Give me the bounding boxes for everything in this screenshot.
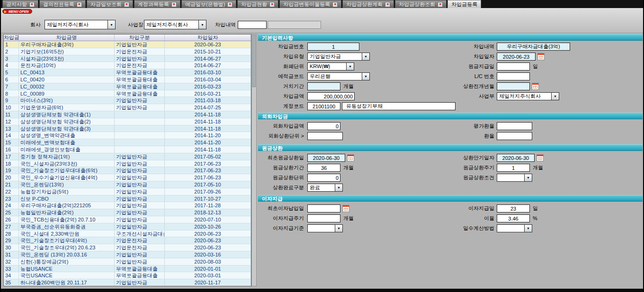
site-select[interactable]: 제일저지주식회사 ▼ [144, 20, 206, 29]
tab-차입금등록[interactable]: 차입금등록 [447, 0, 481, 8]
table-row[interactable]: 7LC_00032무역포괄금융대출2016-03-23 [4, 83, 251, 90]
fx-amount-field[interactable] [307, 122, 340, 130]
table-row[interactable]: 16미래에셋_경영인보험대출2014-11-18 [4, 146, 251, 153]
loan-date-field[interactable] [497, 53, 536, 61]
interest-rate-field[interactable] [497, 214, 530, 222]
table-row[interactable]: 8LC_00089무역포괄금융대출2016-03-21 [4, 90, 251, 97]
table-row[interactable]: 22농협장기차입금(5억)기업일반자금2017-09-26 [4, 188, 251, 195]
principal-pay-day-field[interactable] [497, 62, 530, 71]
table-row[interactable]: 28국민_시설대 2,330백만원구조개선시설자금대출2020-06-23 [4, 230, 251, 238]
table-row[interactable]: 3시설자금(23억3천)기업일반자금2014-06-27 [4, 55, 251, 62]
row-loan-type: 기업운전자금 [115, 62, 165, 69]
table-row[interactable]: 34국민USANCE무역포괄금융대출2020-03-01 [4, 272, 251, 279]
table-row[interactable]: 13삼성생명단체보험 약관대출(3)2014-11-18 [4, 125, 251, 133]
tab-예금일보(은행별)[interactable]: 예금일보(은행별)× [181, 0, 236, 8]
table-row[interactable]: 19국민_기술창조기업우대대출(6억)기업일반자금2017-06-23 [4, 167, 251, 174]
table-row[interactable]: 27부국증권_선순위유동화증권기업일반자금2020-10-26 [4, 223, 251, 230]
tab-차입금현황[interactable]: 차입금현황× [237, 0, 278, 8]
row-loan-name: 시설자금(23억3천) [19, 55, 115, 62]
tab-close-icon[interactable]: × [171, 2, 177, 7]
first-repay-date-field[interactable] [307, 154, 345, 162]
table-row[interactable]: 5LC_00413무역포괄금융대출2016-03-10 [4, 69, 251, 76]
exchange-rate-field[interactable] [497, 132, 532, 140]
tab-close-icon[interactable]: × [332, 2, 338, 7]
tab-close-icon[interactable]: × [77, 2, 82, 7]
table-row[interactable]: 14삼성생명_변액약관대출2014-11-20 [4, 132, 251, 139]
currency-label: 화폐단위 [258, 62, 304, 71]
repay-unit-field[interactable] [307, 174, 340, 182]
table-scrollbar[interactable] [251, 34, 257, 286]
tab-close-icon[interactable]: × [385, 2, 390, 7]
account-code-field[interactable] [307, 102, 340, 110]
table-row[interactable]: 18국민_시설자금(23억3천)기업일반자금2017-06-23 [4, 160, 251, 168]
tab-close-icon[interactable]: × [438, 2, 443, 7]
table-row[interactable]: 12삼성생명단체보험 약관대출(2)2014-11-18 [4, 118, 251, 125]
table-row[interactable]: 10기업운영자금(6억)기업일반자금2014-07-25 [4, 104, 251, 111]
loan-desc-input[interactable] [238, 21, 267, 29]
repay-condition-select[interactable]: ▼ [497, 174, 532, 182]
table-row[interactable]: 9마이너스(3억)기업일반자금2011-03-18 [4, 97, 251, 104]
loan-no-field[interactable] [307, 43, 359, 51]
tab-close-icon[interactable]: × [269, 2, 275, 7]
table-scrollbar-thumb[interactable] [252, 35, 256, 87]
tab-공지사항[interactable]: 공지사항× [2, 0, 38, 8]
repay-cycle-field[interactable] [497, 164, 530, 172]
table-row[interactable]: 17중기청 정책자금(1억)기업일반자금2017-05-02 [4, 153, 251, 160]
repay-complete-select[interactable]: 완료 ▼ [307, 184, 343, 192]
tab-차입금변동이율등록[interactable]: 차입금변동이율등록× [279, 0, 341, 8]
repay-period-field[interactable] [307, 164, 340, 172]
calendar-icon[interactable] [342, 205, 349, 212]
interest-pay-day-field[interactable] [497, 204, 530, 212]
calendar-icon[interactable] [537, 53, 545, 60]
calendar-icon[interactable] [532, 83, 539, 90]
deposit-code-select[interactable]: 우리은행 ▼ [307, 72, 370, 80]
currency-select[interactable]: KRW(₩) ▼ [307, 62, 354, 71]
table-row[interactable]: 26국민_TCB신용대출(2억) 20.7.10기업일반자금2020-07-10 [4, 216, 251, 223]
tab-close-icon[interactable]: × [124, 2, 129, 7]
table-row[interactable]: 20국민_우수기술기업신용대출(4억)기업일반자금2017-06-23 [4, 174, 251, 181]
pre-repay-ym-field[interactable] [497, 82, 530, 90]
maturity-date-field[interactable] [497, 154, 535, 162]
tab-차입금상환조회[interactable]: 차입금상환조회× [395, 0, 447, 8]
tab-계정과목등록[interactable]: 계정과목등록× [134, 0, 180, 8]
calendar-icon[interactable] [537, 154, 544, 161]
grace-period-field[interactable] [307, 82, 340, 90]
table-row[interactable]: 21국민_온렌딩(13억)기업일반자금2017-05-10 [4, 181, 251, 188]
table-row[interactable]: 11삼성생명단체보험 약관대출(1)2014-11-18 [4, 111, 251, 118]
table-row[interactable]: 25농협일반자금대출(2억)기업일반자금2018-12-13 [4, 209, 251, 216]
table-row[interactable]: 4운전자금(10억)기업운전자금2014-06-27 [4, 62, 251, 69]
loan-type-select[interactable]: 기업일반자금 ▼ [307, 53, 370, 61]
row-loan-date: 2020-06-23 [165, 230, 251, 238]
table-row[interactable]: 29국민_기술창조기업우대(4억)기업운전자금2020-06-23 [4, 237, 251, 244]
first-interest-date-field[interactable] [307, 204, 340, 212]
calendar-icon[interactable] [347, 154, 354, 161]
table-row[interactable]: 23신보 P-CBO기업일반자금2017-10-27 [4, 195, 251, 203]
table-row[interactable]: 31국민_온렌딩 (13억) 20.03.16기업일반자금2020-03-16 [4, 251, 251, 258]
tab-차입금상환계획[interactable]: 차입금상환계획× [342, 0, 394, 8]
tab-close-icon[interactable]: × [29, 2, 35, 7]
row-loan-code: 18 [4, 160, 19, 168]
table-row[interactable]: 15미래에셋_변액보험대출2014-11-20 [4, 139, 251, 146]
table-row[interactable]: 30국민_기술창조우대(2억) 20.6.23기업운전자금2020-06-23 [4, 244, 251, 251]
table-row[interactable]: 24우리구매자금대출(2억)221205기업일반자금2017-11-28 [4, 202, 251, 209]
table-row[interactable]: 1우리구매자금대출(3억)기업일반자금2020-06-23 [4, 41, 251, 48]
interest-cycle-field[interactable] [307, 214, 340, 222]
lc-no-field[interactable] [497, 72, 530, 80]
loan-desc-detail-field[interactable] [497, 43, 570, 51]
fx-repay-unit-field[interactable] [307, 132, 343, 140]
day-count-select[interactable]: ▼ [497, 224, 532, 232]
table-row[interactable]: 2기업기보(16억5천)기업운전자금2015-10-21 [4, 48, 251, 55]
tab-자금일보조회[interactable]: 자금일보조회× [87, 0, 133, 8]
table-row[interactable]: 32신한(-)통장예금(2억)기업일반자금2020-08-03 [4, 258, 251, 265]
table-row[interactable]: 6LC_00420무역포괄금융대출2016-03-04 [4, 76, 251, 83]
eval-rate-field[interactable] [497, 122, 532, 130]
tab-close-icon[interactable]: × [227, 2, 233, 7]
menu-open-button[interactable]: MENU OPEN [2, 9, 32, 14]
tab-결의전표등록[interactable]: 결의전표등록× [39, 0, 86, 8]
interest-basis-select[interactable]: ▼ [307, 224, 343, 232]
company-select[interactable]: 제일저지주식회사 ▼ [45, 20, 116, 29]
loan-amount-field[interactable] [307, 92, 355, 100]
table-row[interactable]: 35하나대출260백만원 20.11.17기업일반자금2020-11-17 [4, 279, 251, 286]
table-row[interactable]: 33농협USANCE무역포괄금융대출2020-01-01 [4, 265, 251, 273]
division-select[interactable]: 제일저지주식회사 ▼ [497, 92, 559, 100]
